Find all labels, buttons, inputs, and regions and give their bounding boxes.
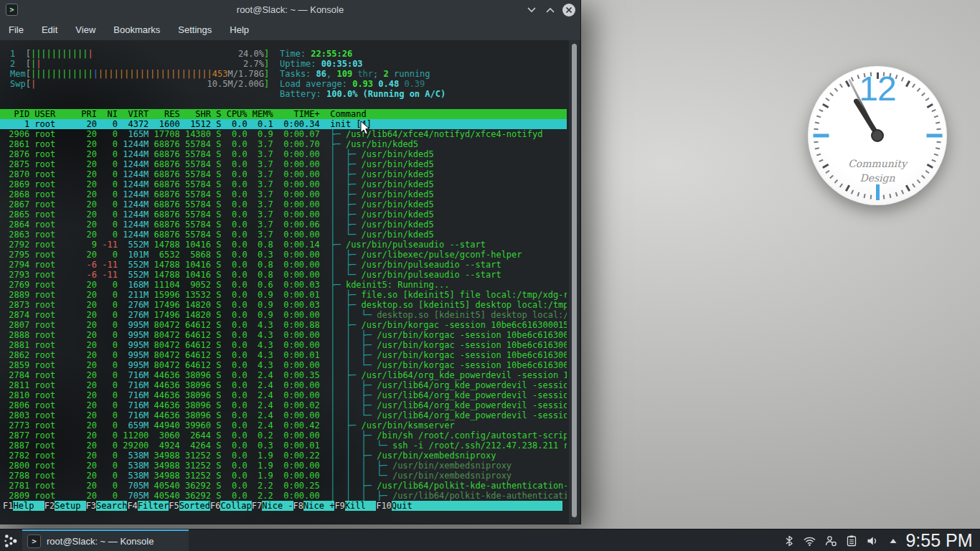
process-row-2862[interactable]: 2862 root 20 0 995M 80472 64612 S 0.0 4.… (0, 350, 567, 360)
htop-process-table: PID USER PRI NI VIRT RES SHR S CPU% MEM%… (0, 109, 567, 501)
fkey-label-F9[interactable]: Kill (345, 501, 376, 511)
meter-1: 1 [||||||||||||24.0%] (10, 49, 269, 59)
process-row-2864[interactable]: 2864 root 20 0 1244M 68876 55784 S 0.0 3… (0, 220, 567, 230)
scrollbar-thumb[interactable] (572, 44, 577, 517)
terminal-htop[interactable]: 1 [||||||||||||24.0%]2 [||2.7%]Mem[|||||… (0, 40, 580, 524)
fkey-F4[interactable]: F4 (127, 501, 137, 511)
process-row-2800[interactable]: 2800 root 20 0 538M 34988 31252 S 0.0 1.… (0, 461, 567, 471)
fkey-label-F1[interactable]: Help (13, 501, 44, 511)
analog-clock-widget: 12 Community Design (808, 66, 947, 205)
menu-settings[interactable]: Settings (178, 20, 212, 40)
meter-2: 2 [||2.7%] (10, 59, 269, 69)
volume-icon[interactable] (865, 534, 879, 547)
close-button[interactable] (562, 3, 576, 17)
process-row-2875[interactable]: 2875 root 20 0 1244M 68876 55784 S 0.0 3… (0, 159, 567, 169)
taskbar-clock[interactable]: 9:55 PM (901, 529, 977, 551)
process-row-2867[interactable]: 2867 root 20 0 1244M 68876 55784 S 0.0 3… (0, 199, 567, 209)
menubar: FileEditViewBookmarksSettingsHelp (0, 20, 580, 40)
menu-view[interactable]: View (75, 20, 95, 40)
process-row-2811[interactable]: 2811 root 20 0 716M 44636 38096 S 0.0 2.… (0, 380, 567, 390)
process-row-2793[interactable]: 2793 root -6 -11 552M 14788 10416 S 0.0 … (0, 270, 567, 280)
process-row-2861[interactable]: 2861 root 20 0 1244M 68876 55784 S 0.0 3… (0, 139, 567, 149)
process-row-2887[interactable]: 2887 root 20 0 29200 4924 4264 S 0.0 0.3… (0, 441, 567, 451)
process-row-2788[interactable]: 2788 root 20 0 538M 34988 31252 S 0.0 1.… (0, 471, 567, 481)
process-row-2773[interactable]: 2773 root 20 0 659M 44940 39960 S 0.0 2.… (0, 420, 567, 430)
clock-quarter-tick (926, 134, 942, 138)
fkey-F7[interactable]: F7 (252, 501, 262, 511)
process-row-2781[interactable]: 2781 root 20 0 705M 40540 36292 S 0.0 2.… (0, 481, 567, 491)
process-row-2863[interactable]: 2863 root 20 0 1244M 68876 55784 S 0.0 3… (0, 230, 567, 240)
fkey-label-F2[interactable]: Setup (55, 501, 85, 511)
clipboard-icon[interactable] (844, 534, 858, 547)
menu-bookmarks[interactable]: Bookmarks (113, 20, 160, 40)
process-row-2870[interactable]: 2870 root 20 0 1244M 68876 55784 S 0.0 3… (0, 169, 567, 179)
wifi-icon[interactable] (803, 534, 816, 547)
info-line-1: Uptime: 00:35:03 (280, 59, 446, 69)
process-row-2782[interactable]: 2782 root 20 0 538M 34988 31252 S 0.0 1.… (0, 451, 567, 461)
fkey-F9[interactable]: F9 (334, 501, 344, 511)
process-row-2876[interactable]: 2876 root 20 0 1244M 68876 55784 S 0.0 3… (0, 149, 567, 159)
clock-caption-line2: Design (808, 172, 947, 184)
clock-quarter-tick (876, 184, 880, 200)
fkey-label-F4[interactable]: Filter (138, 501, 169, 511)
menu-file[interactable]: File (9, 20, 24, 40)
expand-tray-icon[interactable] (886, 534, 900, 547)
fkey-label-F10[interactable]: Quit (392, 501, 423, 511)
taskbar: > root@Slack: ~ — Konsole (0, 529, 980, 551)
process-row-2806[interactable]: 2806 root 20 0 716M 44636 38096 S 0.0 2.… (0, 400, 567, 410)
process-row-2865[interactable]: 2865 root 20 0 1244M 68876 55784 S 0.0 3… (0, 209, 567, 220)
desktop: 12 Community Design > root@Slack: ~ — Ko… (0, 0, 980, 551)
user-switch-icon[interactable] (824, 534, 837, 547)
fkey-F2[interactable]: F2 (44, 501, 55, 511)
process-row-2869[interactable]: 2869 root 20 0 1244M 68876 55784 S 0.0 3… (0, 179, 567, 189)
process-row-2888[interactable]: 2888 root 20 0 995M 80472 64612 S 0.0 4.… (0, 330, 567, 340)
process-row-2792[interactable]: 2792 root 9 -11 552M 14788 10416 S 0.0 0… (0, 240, 567, 250)
maximize-button[interactable] (543, 3, 557, 17)
window-title: root@Slack: ~ — Konsole (0, 0, 580, 20)
fkey-F8[interactable]: F8 (293, 501, 303, 511)
process-row-2795[interactable]: 2795 root 20 0 101M 6532 5868 S 0.0 0.3 … (0, 250, 567, 260)
fkey-F3[interactable]: F3 (86, 501, 96, 511)
fkey-label-F7[interactable]: Nice - (262, 501, 293, 511)
process-row-2874[interactable]: 2874 root 20 0 276M 17496 14820 S 0.0 0.… (0, 310, 567, 320)
process-table-header[interactable]: PID USER PRI NI VIRT RES SHR S CPU% MEM%… (0, 109, 567, 119)
konsole-task-icon: > (27, 534, 41, 548)
process-row-2794[interactable]: 2794 root -6 -11 552M 14788 10416 S 0.0 … (0, 260, 567, 270)
taskbar-task-konsole[interactable]: > root@Slack: ~ — Konsole (22, 529, 189, 551)
clock-numeral-12: 12 (808, 69, 947, 108)
fkey-F1[interactable]: F1 (3, 501, 13, 511)
process-row-2868[interactable]: 2868 root 20 0 1244M 68876 55784 S 0.0 3… (0, 189, 567, 199)
titlebar[interactable]: > root@Slack: ~ — Konsole (0, 0, 580, 20)
fkey-F10[interactable]: F10 (376, 501, 392, 511)
fkey-label-F5[interactable]: Sorted (179, 501, 210, 511)
app-launcher-icon[interactable] (4, 532, 21, 550)
process-row-2803[interactable]: 2803 root 20 0 716M 44636 38096 S 0.0 2.… (0, 410, 567, 420)
konsole-window: > root@Slack: ~ — Konsole FileEditViewBo… (0, 0, 581, 524)
fkey-label-F3[interactable]: Search (96, 501, 127, 511)
process-row-2877[interactable]: 2877 root 20 0 11200 3060 2644 S 0.0 0.2… (0, 430, 567, 441)
process-row-2889[interactable]: 2889 root 20 0 211M 15996 13532 S 0.0 0.… (0, 290, 567, 300)
process-row-1[interactable]: 1 root 20 0 4372 1600 1512 S 0.0 0.1 0:0… (0, 119, 567, 129)
process-row-2881[interactable]: 2881 root 20 0 995M 80472 64612 S 0.0 4.… (0, 340, 567, 350)
info-line-0: Time: 22:55:26 (280, 49, 446, 59)
process-row-2769[interactable]: 2769 root 20 0 168M 11104 9052 S 0.0 0.6… (0, 280, 567, 290)
fkey-label-F6[interactable]: Collap (220, 501, 251, 511)
process-row-2859[interactable]: 2859 root 20 0 995M 80472 64612 S 0.0 4.… (0, 360, 567, 370)
fkey-F6[interactable]: F6 (210, 501, 220, 511)
menu-edit[interactable]: Edit (42, 20, 57, 40)
minimize-button[interactable] (524, 3, 539, 17)
fkey-label-F8[interactable]: Nice + (303, 501, 334, 511)
mouse-cursor (360, 121, 372, 136)
terminal-scrollbar[interactable] (569, 40, 580, 524)
close-icon (562, 4, 575, 17)
process-row-2807[interactable]: 2807 root 20 0 995M 80472 64612 S 0.0 4.… (0, 320, 567, 330)
process-row-2873[interactable]: 2873 root 20 0 276M 17496 14820 S 0.0 0.… (0, 300, 567, 310)
process-row-2784[interactable]: 2784 root 20 0 716M 44636 38096 S 0.0 2.… (0, 370, 567, 380)
bluetooth-icon[interactable] (782, 534, 796, 547)
process-row-2809[interactable]: 2809 root 20 0 705M 40540 36292 S 0.0 2.… (0, 491, 567, 501)
process-row-2810[interactable]: 2810 root 20 0 716M 44636 38096 S 0.0 2.… (0, 390, 567, 400)
menu-help[interactable]: Help (230, 20, 249, 40)
task-label: root@Slack: ~ — Konsole (47, 536, 154, 547)
fkey-F5[interactable]: F5 (169, 501, 179, 511)
process-row-2906[interactable]: 2906 root 20 0 165M 17708 14380 S 0.0 0.… (0, 129, 567, 139)
